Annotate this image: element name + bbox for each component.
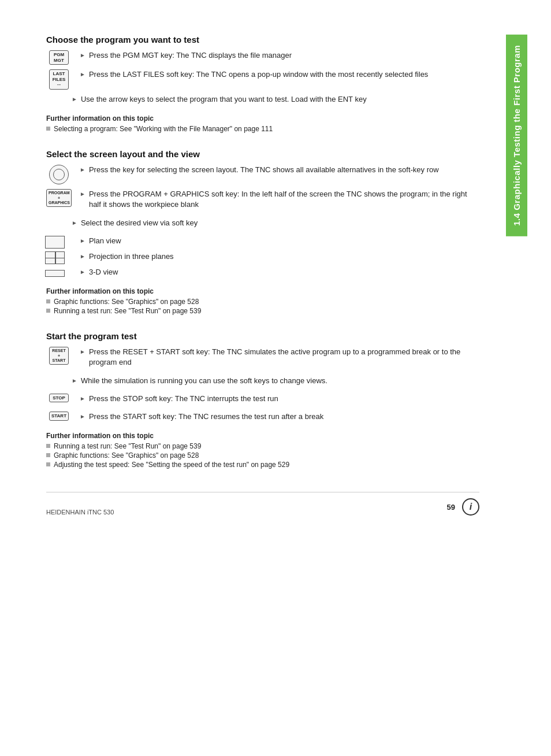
instruction-row-simulation: ► While the simulation is running you ca… xyxy=(46,376,479,389)
three-plane-view-key-icon xyxy=(46,251,72,264)
pgm-mgt-text: Press the PGM MGT key: The TNC displays … xyxy=(89,50,292,61)
arrow-bullet: ► xyxy=(80,268,85,276)
three-plane-view-text: Projection in three planes xyxy=(89,251,174,262)
circle-key-icon xyxy=(46,165,72,184)
3d-view-instruction: ► 3-D view xyxy=(80,267,479,277)
start-test-further-info-text-2: Adjusting the test speed: See "Setting t… xyxy=(54,461,289,469)
start-test-further-info-title: Further information on this topic xyxy=(46,432,479,440)
page-container: Choose the program you want to test PGMM… xyxy=(0,0,551,756)
select-view-instructions: ► Select the desired view via soft key xyxy=(72,218,479,231)
main-content: Choose the program you want to test PGMM… xyxy=(0,0,502,756)
select-screen-further-info: Further information on this topic Graphi… xyxy=(46,287,479,315)
square-bullet-icon xyxy=(46,462,50,466)
arrow-keys-instructions: ► Use the arrow keys to select the progr… xyxy=(72,94,479,108)
instruction-row-program-graphics: PROGRAM+GRAPHICS ► Press the PROGRAM + G… xyxy=(46,189,479,213)
start-text: Press the START soft key: The TNC resume… xyxy=(89,412,323,422)
circle-key-inner xyxy=(53,169,65,180)
program-graphics-key-box: PROGRAM+GRAPHICS xyxy=(46,189,72,207)
program-graphics-instructions: ► Press the PROGRAM + GRAPHICS soft key:… xyxy=(80,189,479,213)
pgm-mgt-instructions: ► Press the PGM MGT key: The TNC display… xyxy=(80,50,479,64)
start-test-further-info-item-2: Adjusting the test speed: See "Setting t… xyxy=(46,461,479,469)
section-start-test-title: Start the program test xyxy=(46,331,479,341)
arrow-keys-text: Use the arrow keys to select the program… xyxy=(81,94,367,105)
last-files-key-icon: LASTFILES··· xyxy=(46,69,72,90)
plan-view-icon-box xyxy=(45,236,65,249)
stop-instruction: ► Press the STOP soft key: The TNC inter… xyxy=(80,394,479,404)
arrow-bullet: ► xyxy=(80,190,85,198)
instruction-row-stop: STOP ► Press the STOP soft key: The TNC … xyxy=(46,394,479,407)
select-screen-further-info-text-1: Running a test run: See "Test Run" on pa… xyxy=(54,307,201,315)
select-screen-further-info-title: Further information on this topic xyxy=(46,287,479,295)
start-key-box: START xyxy=(49,412,69,421)
square-bullet-icon xyxy=(46,453,50,457)
pgm-mgt-key-box: PGMMGT xyxy=(49,50,69,65)
choose-program-further-info-item-0: Selecting a program: See "Working with t… xyxy=(46,125,479,133)
program-graphics-instruction: ► Press the PROGRAM + GRAPHICS soft key:… xyxy=(80,189,479,210)
arrow-bullet: ► xyxy=(72,95,77,103)
select-screen-further-info-item-0: Graphic functions: See "Graphics" on pag… xyxy=(46,298,479,306)
select-screen-further-info-item-1: Running a test run: See "Test Run" on pa… xyxy=(46,307,479,315)
choose-program-further-info-title: Further information on this topic xyxy=(46,114,479,123)
arrow-bullet: ► xyxy=(80,348,85,356)
reset-start-instruction: ► Press the RESET + START soft key: The … xyxy=(80,347,479,368)
view-icons-row-three-plane: ► Projection in three planes xyxy=(46,251,479,265)
arrow-bullet: ► xyxy=(80,237,85,245)
stop-instructions: ► Press the STOP soft key: The TNC inter… xyxy=(80,394,479,407)
footer-bar: HEIDENHAIN iTNC 530 59 i xyxy=(46,492,479,516)
instruction-row-start: START ► Press the START soft key: The TN… xyxy=(46,412,479,425)
start-test-further-info-item-0: Running a test run: See "Test Run" on pa… xyxy=(46,442,479,450)
reset-start-key-icon: RESET+START xyxy=(46,347,72,365)
last-files-text: Press the LAST FILES soft key: The TNC o… xyxy=(89,69,428,80)
reset-start-text: Press the RESET + START soft key: The TN… xyxy=(89,347,479,368)
arrow-keys-instruction: ► Use the arrow keys to select the progr… xyxy=(72,94,479,105)
3d-view-instructions: ► 3-D view xyxy=(80,267,479,280)
section-select-screen: Select the screen layout and the view ► … xyxy=(46,149,479,315)
circle-key-instructions: ► Press the key for selecting the screen… xyxy=(80,165,479,178)
last-files-instructions: ► Press the LAST FILES soft key: The TNC… xyxy=(80,69,479,83)
square-bullet-icon xyxy=(46,309,50,313)
plan-view-instructions: ► Plan view xyxy=(80,236,479,249)
section-choose-program-title: Choose the program you want to test xyxy=(46,35,479,45)
start-test-further-info-text-0: Running a test run: See "Test Run" on pa… xyxy=(54,442,201,450)
start-instruction: ► Press the START soft key: The TNC resu… xyxy=(80,412,479,422)
plan-view-instruction: ► Plan view xyxy=(80,236,479,246)
instruction-row-pgm-mgt: PGMMGT ► Press the PGM MGT key: The TNC … xyxy=(46,50,479,65)
pgm-mgt-instruction: ► Press the PGM MGT key: The TNC display… xyxy=(80,50,479,61)
choose-program-further-info: Further information on this topic Select… xyxy=(46,114,479,133)
stop-text: Press the STOP soft key: The TNC interru… xyxy=(89,394,278,404)
square-bullet-icon xyxy=(46,444,50,448)
arrow-bullet: ► xyxy=(72,377,77,385)
instruction-row-select-view: ► Select the desired view via soft key xyxy=(46,218,479,231)
start-instructions: ► Press the START soft key: The TNC resu… xyxy=(80,412,479,425)
arrow-bullet: ► xyxy=(80,253,85,261)
circle-key-text: Press the key for selecting the screen l… xyxy=(89,165,439,175)
simulation-instructions: ► While the simulation is running you ca… xyxy=(72,376,479,389)
instruction-row-last-files: LASTFILES··· ► Press the LAST FILES soft… xyxy=(46,69,479,90)
simulation-instruction: ► While the simulation is running you ca… xyxy=(72,376,479,386)
instruction-row-circle-key: ► Press the key for selecting the screen… xyxy=(46,165,479,184)
reset-start-key-box: RESET+START xyxy=(49,347,69,365)
square-bullet-icon xyxy=(46,127,50,131)
3d-view-key-icon xyxy=(46,267,72,277)
program-graphics-key-icon: PROGRAM+GRAPHICS xyxy=(46,189,72,207)
arrow-bullet: ► xyxy=(72,219,77,227)
3d-view-icon-box xyxy=(45,270,65,277)
last-files-instruction: ► Press the LAST FILES soft key: The TNC… xyxy=(80,69,479,80)
footer-page-number: 59 xyxy=(447,503,455,512)
stop-key-icon: STOP xyxy=(46,394,72,403)
choose-program-further-info-text-0: Selecting a program: See "Working with t… xyxy=(54,125,273,133)
view-icons-row-3d: ► 3-D view xyxy=(46,267,479,280)
plan-view-text: Plan view xyxy=(89,236,121,246)
reset-start-instructions: ► Press the RESET + START soft key: The … xyxy=(80,347,479,370)
three-plane-view-icon-box xyxy=(45,251,65,264)
select-view-text: Select the desired view via soft key xyxy=(81,218,198,228)
section-select-screen-title: Select the screen layout and the view xyxy=(46,149,479,159)
view-icons-row-plan: ► Plan view xyxy=(46,236,479,249)
select-view-instruction: ► Select the desired view via soft key xyxy=(72,218,479,228)
section-start-test: Start the program test RESET+START ► Pre… xyxy=(46,331,479,469)
arrow-bullet: ► xyxy=(80,166,85,174)
instruction-row-arrow-keys: ► Use the arrow keys to select the progr… xyxy=(46,94,479,108)
arrow-bullet: ► xyxy=(80,395,85,403)
info-icon: i xyxy=(462,498,479,516)
3d-view-text: 3-D view xyxy=(89,267,118,277)
